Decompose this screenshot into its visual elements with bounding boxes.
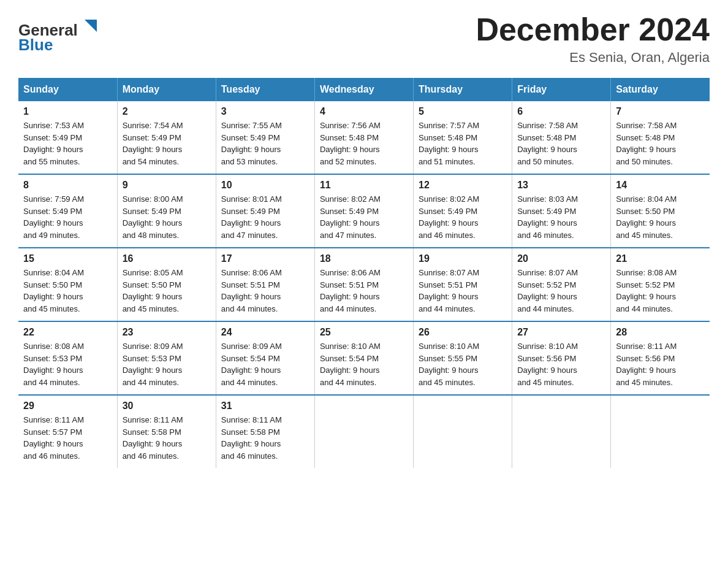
day-info: Sunrise: 8:10 AMSunset: 5:54 PMDaylight:…	[320, 340, 408, 388]
day-number: 19	[419, 253, 507, 264]
calendar-cell: 24 Sunrise: 8:09 AMSunset: 5:54 PMDaylig…	[216, 321, 314, 395]
day-info: Sunrise: 8:11 AMSunset: 5:57 PMDaylight:…	[23, 414, 112, 462]
calendar-cell: 22 Sunrise: 8:08 AMSunset: 5:53 PMDaylig…	[18, 321, 117, 395]
calendar-cell: 2 Sunrise: 7:54 AMSunset: 5:49 PMDayligh…	[117, 101, 216, 174]
day-info: Sunrise: 8:06 AMSunset: 5:51 PMDaylight:…	[320, 267, 408, 315]
day-number: 1	[23, 106, 112, 117]
day-info: Sunrise: 7:58 AMSunset: 5:48 PMDaylight:…	[517, 120, 605, 167]
weekday-header-tuesday: Tuesday	[216, 78, 314, 101]
calendar-cell: 19 Sunrise: 8:07 AMSunset: 5:51 PMDaylig…	[414, 248, 512, 321]
day-info: Sunrise: 8:11 AMSunset: 5:56 PMDaylight:…	[616, 340, 705, 388]
calendar-cell: 25 Sunrise: 8:10 AMSunset: 5:54 PMDaylig…	[314, 321, 413, 395]
day-info: Sunrise: 8:08 AMSunset: 5:53 PMDaylight:…	[23, 340, 112, 388]
calendar-cell: 8 Sunrise: 7:59 AMSunset: 5:49 PMDayligh…	[18, 174, 117, 248]
title-section: December 2024 Es Senia, Oran, Algeria	[476, 12, 710, 66]
day-number: 21	[616, 253, 705, 264]
calendar-week-row: 22 Sunrise: 8:08 AMSunset: 5:53 PMDaylig…	[18, 321, 710, 395]
day-number: 30	[123, 400, 211, 412]
day-info: Sunrise: 8:04 AMSunset: 5:50 PMDaylight:…	[23, 267, 112, 315]
calendar-cell	[314, 395, 413, 468]
day-number: 14	[616, 180, 705, 191]
calendar-cell: 1 Sunrise: 7:53 AMSunset: 5:49 PMDayligh…	[18, 101, 117, 174]
logo: General Blue	[18, 12, 104, 55]
day-info: Sunrise: 8:09 AMSunset: 5:54 PMDaylight:…	[221, 340, 309, 388]
calendar-cell: 17 Sunrise: 8:06 AMSunset: 5:51 PMDaylig…	[216, 248, 314, 321]
calendar-cell: 4 Sunrise: 7:56 AMSunset: 5:48 PMDayligh…	[314, 101, 413, 174]
day-number: 11	[320, 180, 408, 191]
day-number: 10	[221, 180, 309, 191]
day-info: Sunrise: 7:54 AMSunset: 5:49 PMDaylight:…	[123, 120, 211, 167]
calendar-cell	[414, 395, 512, 468]
location: Es Senia, Oran, Algeria	[476, 50, 710, 66]
day-info: Sunrise: 8:04 AMSunset: 5:50 PMDaylight:…	[616, 193, 705, 241]
day-number: 22	[23, 327, 112, 338]
calendar-cell: 31 Sunrise: 8:11 AMSunset: 5:58 PMDaylig…	[216, 395, 314, 468]
day-info: Sunrise: 8:11 AMSunset: 5:58 PMDaylight:…	[123, 414, 211, 462]
day-number: 12	[419, 180, 507, 191]
day-info: Sunrise: 8:10 AMSunset: 5:55 PMDaylight:…	[419, 340, 507, 388]
calendar-cell: 7 Sunrise: 7:58 AMSunset: 5:48 PMDayligh…	[611, 101, 710, 174]
calendar-cell: 20 Sunrise: 8:07 AMSunset: 5:52 PMDaylig…	[512, 248, 611, 321]
day-info: Sunrise: 8:08 AMSunset: 5:52 PMDaylight:…	[616, 267, 705, 315]
calendar-week-row: 29 Sunrise: 8:11 AMSunset: 5:57 PMDaylig…	[18, 395, 710, 468]
day-number: 3	[221, 106, 309, 117]
calendar-cell: 27 Sunrise: 8:10 AMSunset: 5:56 PMDaylig…	[512, 321, 611, 395]
day-info: Sunrise: 8:06 AMSunset: 5:51 PMDaylight:…	[221, 267, 309, 315]
calendar-cell: 14 Sunrise: 8:04 AMSunset: 5:50 PMDaylig…	[611, 174, 710, 248]
day-number: 17	[221, 253, 309, 264]
day-number: 5	[419, 106, 507, 117]
calendar-cell: 21 Sunrise: 8:08 AMSunset: 5:52 PMDaylig…	[611, 248, 710, 321]
calendar-cell	[512, 395, 611, 468]
day-number: 23	[123, 327, 211, 338]
day-info: Sunrise: 7:56 AMSunset: 5:48 PMDaylight:…	[320, 120, 408, 167]
day-number: 24	[221, 327, 309, 338]
day-number: 8	[23, 180, 112, 191]
day-number: 28	[616, 327, 705, 338]
calendar-cell: 11 Sunrise: 8:02 AMSunset: 5:49 PMDaylig…	[314, 174, 413, 248]
calendar-week-row: 8 Sunrise: 7:59 AMSunset: 5:49 PMDayligh…	[18, 174, 710, 248]
day-number: 7	[616, 106, 705, 117]
svg-marker-1	[85, 20, 97, 32]
weekday-header-monday: Monday	[117, 78, 216, 101]
day-info: Sunrise: 7:53 AMSunset: 5:49 PMDaylight:…	[23, 120, 112, 167]
weekday-header-saturday: Saturday	[611, 78, 710, 101]
day-number: 6	[517, 106, 605, 117]
day-info: Sunrise: 8:02 AMSunset: 5:49 PMDaylight:…	[320, 193, 408, 241]
day-number: 20	[517, 253, 605, 264]
day-info: Sunrise: 8:07 AMSunset: 5:51 PMDaylight:…	[419, 267, 507, 315]
calendar-cell: 15 Sunrise: 8:04 AMSunset: 5:50 PMDaylig…	[18, 248, 117, 321]
day-number: 4	[320, 106, 408, 117]
day-number: 29	[23, 400, 112, 412]
page-header: General Blue December 2024 Es Senia, Ora…	[18, 12, 710, 66]
day-info: Sunrise: 8:03 AMSunset: 5:49 PMDaylight:…	[517, 193, 605, 241]
calendar-cell: 5 Sunrise: 7:57 AMSunset: 5:48 PMDayligh…	[414, 101, 512, 174]
calendar-cell: 18 Sunrise: 8:06 AMSunset: 5:51 PMDaylig…	[314, 248, 413, 321]
day-number: 31	[221, 400, 309, 412]
day-number: 15	[23, 253, 112, 264]
calendar-cell: 29 Sunrise: 8:11 AMSunset: 5:57 PMDaylig…	[18, 395, 117, 468]
day-info: Sunrise: 7:55 AMSunset: 5:49 PMDaylight:…	[221, 120, 309, 167]
calendar-week-row: 1 Sunrise: 7:53 AMSunset: 5:49 PMDayligh…	[18, 101, 710, 174]
calendar-cell: 12 Sunrise: 8:02 AMSunset: 5:49 PMDaylig…	[414, 174, 512, 248]
day-info: Sunrise: 8:02 AMSunset: 5:49 PMDaylight:…	[419, 193, 507, 241]
calendar-week-row: 15 Sunrise: 8:04 AMSunset: 5:50 PMDaylig…	[18, 248, 710, 321]
day-info: Sunrise: 7:58 AMSunset: 5:48 PMDaylight:…	[616, 120, 705, 167]
day-info: Sunrise: 8:09 AMSunset: 5:53 PMDaylight:…	[123, 340, 211, 388]
day-info: Sunrise: 8:00 AMSunset: 5:49 PMDaylight:…	[123, 193, 211, 241]
weekday-header-sunday: Sunday	[18, 78, 117, 101]
day-number: 26	[419, 327, 507, 338]
calendar-cell: 6 Sunrise: 7:58 AMSunset: 5:48 PMDayligh…	[512, 101, 611, 174]
weekday-header-wednesday: Wednesday	[314, 78, 413, 101]
day-info: Sunrise: 8:11 AMSunset: 5:58 PMDaylight:…	[221, 414, 309, 462]
weekday-header-thursday: Thursday	[414, 78, 512, 101]
calendar-table: SundayMondayTuesdayWednesdayThursdayFrid…	[18, 78, 710, 468]
day-info: Sunrise: 8:10 AMSunset: 5:56 PMDaylight:…	[517, 340, 605, 388]
calendar-cell: 9 Sunrise: 8:00 AMSunset: 5:49 PMDayligh…	[117, 174, 216, 248]
day-info: Sunrise: 7:57 AMSunset: 5:48 PMDaylight:…	[419, 120, 507, 167]
calendar-cell: 30 Sunrise: 8:11 AMSunset: 5:58 PMDaylig…	[117, 395, 216, 468]
calendar-cell: 10 Sunrise: 8:01 AMSunset: 5:49 PMDaylig…	[216, 174, 314, 248]
month-title: December 2024	[476, 12, 710, 47]
weekday-header-row: SundayMondayTuesdayWednesdayThursdayFrid…	[18, 78, 710, 101]
day-number: 2	[123, 106, 211, 117]
calendar-cell: 28 Sunrise: 8:11 AMSunset: 5:56 PMDaylig…	[611, 321, 710, 395]
